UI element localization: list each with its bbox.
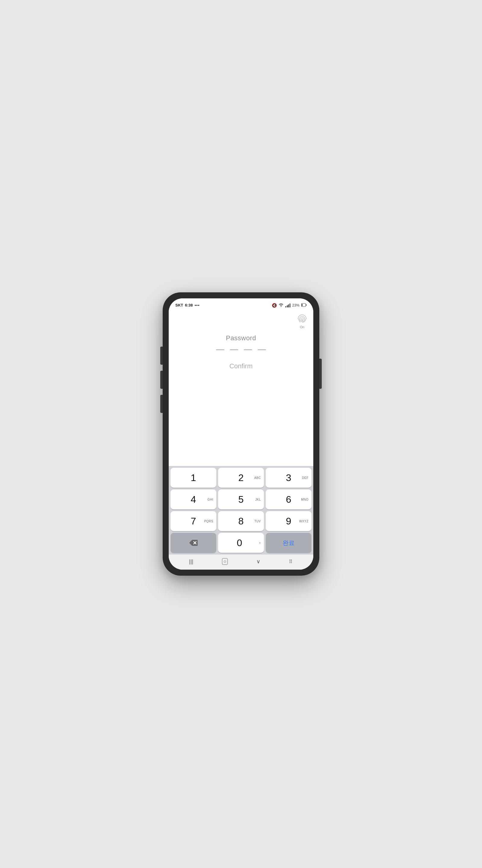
status-left: SKT 6:38 ••• [175, 303, 200, 307]
time-label: 6:38 [185, 303, 193, 307]
key-0[interactable]: 0 + [218, 533, 264, 553]
password-dash-3 [244, 349, 252, 350]
nav-back-icon[interactable]: ||| [189, 558, 193, 565]
wifi-icon [279, 303, 284, 308]
svg-point-0 [281, 306, 282, 307]
confirm-section: Confirm [169, 362, 313, 370]
key-4[interactable]: 4 GHI [170, 490, 216, 509]
delete-icon [189, 540, 198, 546]
key-8[interactable]: 8 TUV [218, 511, 264, 531]
confirm-title: Confirm [229, 362, 252, 370]
key-3[interactable]: 3 DEF [266, 468, 312, 488]
key-7[interactable]: 7 PQRS [170, 511, 216, 531]
signal-bars [285, 303, 290, 307]
nav-bar: ||| ○ ∨ ⠿ [169, 555, 313, 569]
password-dash-4 [258, 349, 266, 350]
keyboard-area: 1 2 ABC 3 DEF 4 GHI 5 JKL [169, 466, 313, 555]
key-delete[interactable] [170, 533, 216, 553]
password-dots [216, 349, 266, 350]
key-6[interactable]: 6 MNO [266, 490, 312, 509]
svg-rect-2 [306, 304, 307, 306]
status-right: 🔇 23% [272, 303, 307, 308]
key-5[interactable]: 5 JKL [218, 490, 264, 509]
done-label: 완료 [283, 539, 295, 547]
carrier-label: SKT [175, 303, 183, 307]
key-2[interactable]: 2 ABC [218, 468, 264, 488]
phone-screen: SKT 6:38 ••• 🔇 [169, 299, 313, 569]
app-content: On Password Confirm [169, 310, 313, 466]
keyboard-grid: 1 2 ABC 3 DEF 4 GHI 5 JKL [170, 468, 312, 553]
phone-device: SKT 6:38 ••• 🔇 [163, 292, 319, 576]
password-dash-2 [230, 349, 238, 350]
battery-percent: 23% [292, 303, 299, 307]
fingerprint-icon [296, 313, 308, 324]
password-dash-1 [216, 349, 224, 350]
key-9[interactable]: 9 WXYZ [266, 511, 312, 531]
nav-apps-icon[interactable]: ⠿ [289, 559, 293, 564]
nav-down-icon[interactable]: ∨ [256, 558, 260, 565]
status-bar: SKT 6:38 ••• 🔇 [169, 299, 313, 310]
key-1[interactable]: 1 [170, 468, 216, 488]
password-title: Password [226, 334, 256, 342]
nav-home-icon[interactable]: ○ [222, 558, 228, 565]
password-section: Password [169, 310, 313, 350]
status-dots: ••• [195, 303, 200, 307]
svg-rect-3 [301, 304, 302, 306]
key-done[interactable]: 완료 [266, 533, 312, 553]
battery-icon [301, 303, 307, 308]
fingerprint-label: On [300, 325, 304, 329]
mute-icon: 🔇 [272, 303, 277, 308]
fingerprint-area[interactable]: On [296, 313, 308, 329]
